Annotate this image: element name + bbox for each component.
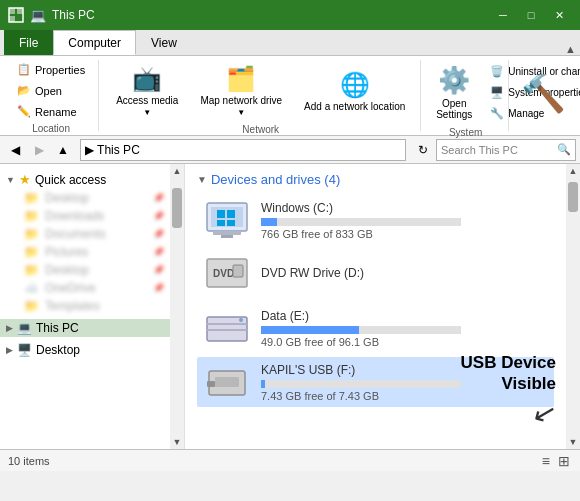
window-controls[interactable]: ─ □ ✕	[490, 5, 572, 25]
open-button[interactable]: 📂 Open	[10, 81, 92, 100]
star-icon: ★	[19, 172, 31, 187]
main-layout: ▼ ★ Quick access 📁 Desktop 📌 📁 Downloads…	[0, 164, 580, 449]
windows-drive-size: 766 GB free of 833 GB	[261, 228, 548, 240]
svg-text:DVD: DVD	[213, 268, 234, 279]
ribbon-collapse-btn[interactable]: ▲	[565, 43, 576, 55]
ribbon-group-system: ⚙️ Open Settings 🗑️ Uninstall or change …	[423, 60, 509, 131]
devices-section-header: ▼ Devices and drives (4)	[197, 172, 554, 187]
window-icon	[8, 7, 24, 23]
quick-access-chevron: ▼	[6, 175, 15, 185]
folder-icon-2: 📁	[24, 263, 39, 277]
svg-rect-8	[227, 210, 235, 218]
access-media-button[interactable]: 📺 Access media ▼	[107, 60, 187, 122]
refresh-button[interactable]: ↻	[412, 139, 434, 161]
tab-file[interactable]: File	[4, 30, 53, 55]
rename-button[interactable]: ✏️ Rename	[10, 102, 92, 121]
callout-text1: USB Device	[461, 353, 556, 373]
windows-drive-bar	[261, 218, 277, 226]
ribbon-group-network-content: 📺 Access media ▼ 🗂️ Map network drive ▼ …	[107, 60, 414, 122]
ribbon-group-location-content: 📋 Properties 📂 Open ✏️ Rename	[10, 60, 92, 121]
usb-drive-icon	[203, 362, 251, 402]
scrollbar-up-btn[interactable]: ▲	[170, 164, 184, 178]
list-view-button[interactable]: ≡	[540, 453, 552, 469]
downloads-folder-icon: 📁	[24, 209, 39, 223]
svg-rect-3	[9, 16, 15, 22]
onedrive-icon: ☁️	[24, 281, 39, 295]
data-drive-bar-container	[261, 326, 461, 334]
toolbar: ◀ ▶ ▲ ▶ This PC ↻ Search This PC 🔍	[0, 136, 580, 164]
add-network-location-button[interactable]: 🌐 Add a network location	[295, 66, 414, 117]
content-scrollbar[interactable]: ▲ ▼	[566, 164, 580, 449]
pictures-folder-icon: 📁	[24, 245, 39, 259]
system-props-icon: 🖥️	[490, 86, 504, 99]
drive-item-dvd[interactable]: DVD DVD RW Drive (D:)	[197, 249, 554, 299]
svg-rect-17	[207, 329, 247, 331]
properties-button[interactable]: 📋 Properties	[10, 60, 92, 79]
address-bar[interactable]: ▶ This PC	[80, 139, 406, 161]
sidebar-item-pictures[interactable]: 📁 Pictures 📌	[0, 243, 170, 261]
up-button[interactable]: ▲	[52, 139, 74, 161]
data-drive-name: Data (E:)	[261, 309, 548, 323]
sidebar-section-this-pc: ▶ 💻 This PC	[0, 317, 170, 339]
sidebar-quick-access-header[interactable]: ▼ ★ Quick access	[0, 170, 170, 189]
scrollbar-down-btn[interactable]: ▼	[170, 435, 184, 449]
back-button[interactable]: ◀	[4, 139, 26, 161]
tile-view-button[interactable]: ⊞	[556, 453, 572, 469]
maximize-button[interactable]: □	[518, 5, 544, 25]
sidebar-desktop-header[interactable]: ▶ 🖥️ Desktop	[0, 341, 170, 359]
usb-drive-bar	[261, 380, 265, 388]
sidebar-item-onedrive[interactable]: ☁️ OneDrive 📌	[0, 279, 170, 297]
folder-icon: 📁	[24, 191, 39, 205]
templates-folder-icon: 📁	[24, 299, 39, 313]
tab-view[interactable]: View	[136, 30, 192, 55]
titlebar-pc-icon: 💻	[30, 7, 46, 23]
this-pc-icon: 💻	[17, 321, 32, 335]
sidebar-item-documents[interactable]: 📁 Documents 📌	[0, 225, 170, 243]
content-main: ▼ Devices and drives (4)	[185, 164, 566, 449]
content-scrollbar-thumb[interactable]	[568, 182, 578, 212]
view-controls: ≡ ⊞	[540, 453, 572, 469]
hammer-icon: 🔨	[517, 69, 570, 119]
content-scrollbar-up-btn[interactable]: ▲	[566, 164, 580, 178]
dvd-drive-name: DVD RW Drive (D:)	[261, 266, 548, 280]
pin-icon-6: 📌	[153, 283, 164, 293]
open-settings-button[interactable]: ⚙️ Open Settings	[429, 60, 479, 125]
dvd-drive-info: DVD RW Drive (D:)	[261, 266, 548, 283]
search-placeholder: Search This PC	[441, 144, 518, 156]
usb-drive-bar-container	[261, 380, 461, 388]
this-pc-chevron: ▶	[6, 323, 13, 333]
open-icon: 📂	[17, 84, 31, 97]
forward-button[interactable]: ▶	[28, 139, 50, 161]
scrollbar-thumb[interactable]	[172, 188, 182, 228]
ribbon-group-system-content: ⚙️ Open Settings 🗑️ Uninstall or change …	[429, 60, 502, 125]
windows-drive-icon	[203, 200, 251, 240]
ribbon-group-tools: 🔨	[511, 60, 576, 131]
sidebar-this-pc-header[interactable]: ▶ 💻 This PC	[0, 319, 170, 337]
content-scrollbar-down-btn[interactable]: ▼	[566, 435, 580, 449]
minimize-button[interactable]: ─	[490, 5, 516, 25]
ribbon-tab-bar: File Computer View ▲	[0, 30, 580, 56]
ribbon: 📋 Properties 📂 Open ✏️ Rename Location 📺…	[0, 56, 580, 136]
sidebar-item-desktop2[interactable]: 📁 Desktop 📌	[0, 261, 170, 279]
tab-computer[interactable]: Computer	[53, 30, 136, 55]
devices-chevron: ▼	[197, 174, 207, 185]
sidebar-scrollbar[interactable]: ▲ ▼	[170, 164, 184, 449]
drive-item-windows[interactable]: Windows (C:) 766 GB free of 833 GB	[197, 195, 554, 245]
close-button[interactable]: ✕	[546, 5, 572, 25]
status-item-count: 10 items	[8, 455, 50, 467]
ribbon-group-network-label: Network	[107, 122, 414, 137]
svg-rect-1	[9, 8, 15, 14]
desktop-folder-icon: 🖥️	[17, 343, 32, 357]
sidebar-item-downloads[interactable]: 📁 Downloads 📌	[0, 207, 170, 225]
svg-rect-20	[215, 377, 239, 387]
search-bar[interactable]: Search This PC 🔍	[436, 139, 576, 161]
callout-arrow-icon: ↙	[529, 394, 560, 432]
drive-item-data[interactable]: Data (E:) 49.0 GB free of 96.1 GB	[197, 303, 554, 353]
data-drive-info: Data (E:) 49.0 GB free of 96.1 GB	[261, 309, 548, 348]
map-network-drive-button[interactable]: 🗂️ Map network drive ▼	[191, 60, 291, 122]
sidebar-item-desktop[interactable]: 📁 Desktop 📌	[0, 189, 170, 207]
quick-access-label: Quick access	[35, 173, 106, 187]
sidebar-item-templates[interactable]: 📁 Templates	[0, 297, 170, 315]
sidebar-section-quick-access: ▼ ★ Quick access 📁 Desktop 📌 📁 Downloads…	[0, 168, 170, 317]
sidebar: ▼ ★ Quick access 📁 Desktop 📌 📁 Downloads…	[0, 164, 185, 449]
